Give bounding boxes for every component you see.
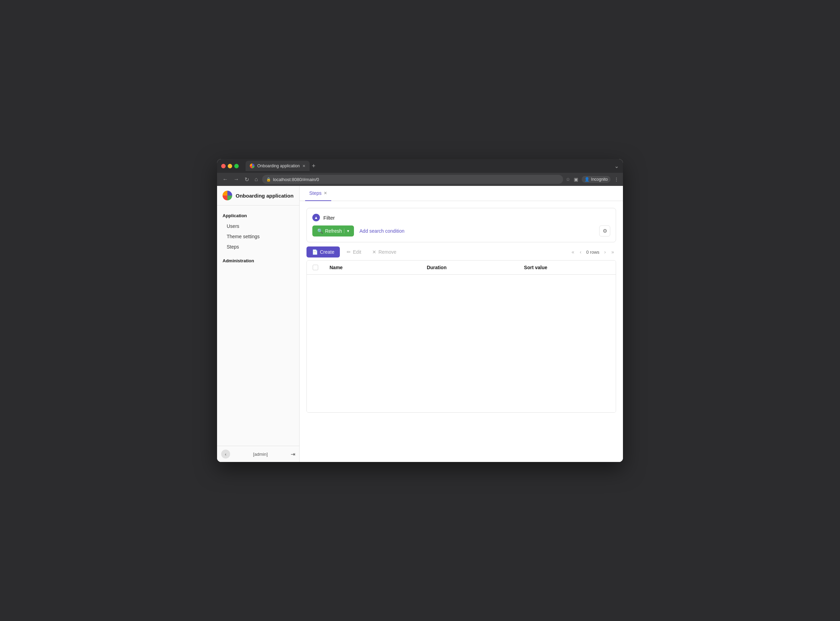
table-header: Name Duration Sort value [307, 261, 616, 275]
sidebar-item-theme-settings[interactable]: Theme settings [217, 231, 299, 242]
incognito-label: Incognito [591, 177, 608, 182]
browser-tab[interactable]: Onboarding application ✕ [246, 161, 310, 171]
filter-title: Filter [323, 215, 335, 221]
rows-count: 0 rows [586, 250, 599, 255]
table-col-sort-value: Sort value [518, 261, 616, 274]
sidebar-item-steps[interactable]: Steps [217, 242, 299, 252]
table-body [307, 275, 616, 412]
tab-favicon-icon [250, 164, 255, 168]
filter-settings-button[interactable]: ⚙ [599, 226, 610, 236]
tab-bar: Onboarding application ✕ + [246, 161, 612, 171]
data-table: Name Duration Sort value [307, 260, 616, 413]
sidebar-nav: Application Users Theme settings Steps A… [217, 206, 299, 446]
filter-actions: 🔍 Refresh ▾ Add search condition ⚙ [312, 226, 610, 236]
tab-steps[interactable]: Steps ✕ [305, 186, 331, 201]
create-button[interactable]: 📄 Create [307, 247, 340, 257]
tab-title: Onboarding application [257, 164, 300, 168]
create-label: Create [320, 249, 334, 255]
split-view-icon[interactable]: ▣ [574, 177, 578, 182]
remove-label: Remove [378, 249, 396, 255]
chrome-nav-bar: ← → ↻ ⌂ 🔒 localhost:8080/#main/0 ☆ ▣ 👤 I… [217, 173, 623, 186]
remove-icon: ✕ [372, 249, 376, 255]
tab-close-button[interactable]: ✕ [302, 164, 305, 168]
select-all-checkbox[interactable] [313, 265, 318, 270]
traffic-lights [221, 164, 239, 168]
add-search-condition-link[interactable]: Add search condition [360, 228, 405, 234]
table-col-checkbox [307, 261, 324, 274]
toolbar: 📄 Create ✏ Edit ✕ Remove « ‹ [307, 247, 616, 257]
filter-toggle-icon[interactable]: ▲ [312, 214, 320, 221]
create-icon: 📄 [312, 249, 318, 255]
refresh-button[interactable]: 🔍 Refresh ▾ [312, 226, 354, 236]
tab-steps-close-icon[interactable]: ✕ [324, 191, 327, 195]
close-window-button[interactable] [221, 164, 226, 168]
app-title: Onboarding application [236, 193, 293, 198]
next-page-button[interactable]: › [602, 248, 608, 256]
sidebar-header: Onboarding application [217, 186, 299, 206]
window-menu-button[interactable]: ⌄ [614, 163, 619, 170]
edit-button[interactable]: ✏ Edit [343, 247, 365, 257]
filter-panel: ▲ Filter 🔍 Refresh ▾ Add search conditio… [307, 208, 616, 242]
table-col-name: Name [324, 261, 422, 274]
reload-button[interactable]: ↻ [243, 175, 251, 184]
first-page-button[interactable]: « [570, 248, 577, 256]
incognito-icon: 👤 [585, 177, 589, 182]
logout-button[interactable]: ⇥ [291, 451, 295, 457]
refresh-label: Refresh [325, 228, 342, 234]
prev-page-button[interactable]: ‹ [578, 248, 584, 256]
bookmark-icon[interactable]: ☆ [566, 177, 570, 182]
content-tab-bar: Steps ✕ [300, 186, 623, 201]
tab-steps-label: Steps [309, 190, 322, 196]
incognito-button[interactable]: 👤 Incognito [582, 176, 610, 183]
content-area: ▲ Filter 🔍 Refresh ▾ Add search conditio… [300, 201, 623, 462]
admin-label: [admin] [253, 451, 268, 457]
edit-label: Edit [353, 249, 361, 255]
settings-icon: ⚙ [603, 228, 607, 234]
table-col-duration: Duration [422, 261, 519, 274]
security-icon: 🔒 [266, 177, 271, 182]
last-page-button[interactable]: » [609, 248, 616, 256]
sidebar-collapse-button[interactable]: ‹ [221, 450, 230, 459]
nav-right-actions: ☆ ▣ 👤 Incognito ⋮ [566, 176, 619, 183]
sidebar-footer: ‹ [admin] ⇥ [217, 446, 299, 462]
search-icon: 🔍 [317, 228, 323, 234]
address-bar[interactable]: 🔒 localhost:8080/#main/0 [262, 175, 564, 184]
back-button[interactable]: ← [221, 175, 230, 184]
more-options-icon[interactable]: ⋮ [614, 177, 619, 182]
section-title-administration: Administration [217, 256, 299, 266]
chrome-title-bar: Onboarding application ✕ + ⌄ [217, 159, 623, 173]
app-container: Onboarding application Application Users… [217, 186, 623, 462]
main-content: Steps ✕ ▲ Filter 🔍 Refresh ▾ [300, 186, 623, 462]
sidebar-item-users[interactable]: Users [217, 221, 299, 231]
forward-button[interactable]: → [232, 175, 240, 184]
section-title-application: Application [217, 211, 299, 221]
remove-button[interactable]: ✕ Remove [368, 247, 400, 257]
home-button[interactable]: ⌂ [253, 175, 259, 184]
new-tab-button[interactable]: + [312, 162, 316, 170]
minimize-window-button[interactable] [228, 164, 232, 168]
address-text: localhost:8080/#main/0 [273, 177, 319, 182]
maximize-window-button[interactable] [234, 164, 239, 168]
filter-header: ▲ Filter [312, 214, 610, 221]
collapse-icon: ‹ [225, 451, 226, 457]
refresh-dropdown-icon[interactable]: ▾ [344, 229, 349, 233]
app-logo-icon [222, 191, 232, 200]
browser-window: Onboarding application ✕ + ⌄ ← → ↻ ⌂ 🔒 l… [217, 159, 623, 462]
sidebar: Onboarding application Application Users… [217, 186, 300, 462]
edit-icon: ✏ [347, 249, 351, 255]
pagination: « ‹ 0 rows › » [570, 248, 616, 256]
